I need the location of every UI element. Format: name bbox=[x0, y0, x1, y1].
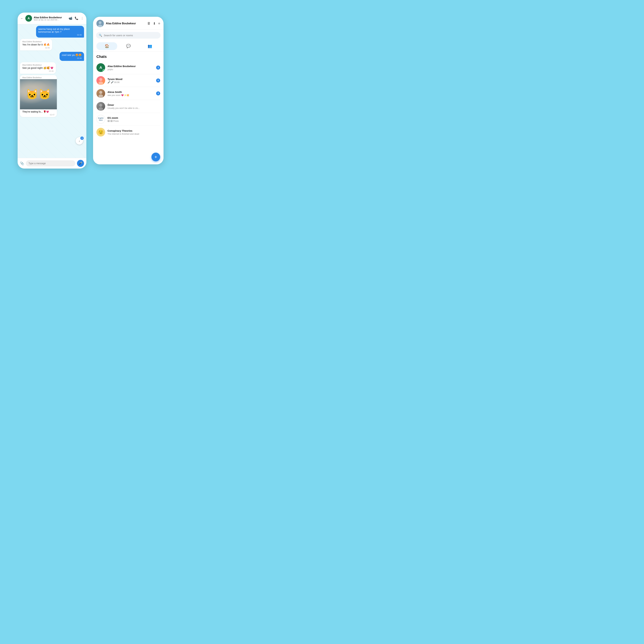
delete-icon[interactable]: 🗑 bbox=[147, 21, 151, 25]
right-contact-name: Alaa Eddine Boubekeur bbox=[106, 22, 145, 25]
chat-preview: 🎤 🎤 00:06 bbox=[108, 81, 154, 84]
message-input[interactable] bbox=[26, 160, 75, 166]
svg-point-6 bbox=[99, 91, 102, 94]
message-time: 02:47 bbox=[20, 113, 57, 117]
right-header-actions: 🗑 ⬇ ⎆ bbox=[147, 21, 160, 25]
header-info: Alaa Eddine Boubekeur Seen at Sat, 22 Ju… bbox=[34, 16, 67, 21]
sender-name: Alaa Eddine Boubekeur bbox=[22, 41, 50, 43]
chat-preview: 🖼 🖼 Photo bbox=[108, 120, 160, 122]
chat-avatar bbox=[96, 76, 105, 85]
svg-point-9 bbox=[98, 107, 103, 111]
unread-count-badge: 3 bbox=[80, 137, 84, 140]
cat-image: 🐱🐱 bbox=[20, 79, 57, 109]
nav-tabs: 🏠 💬 👥 bbox=[93, 41, 164, 51]
svg-point-1 bbox=[99, 21, 101, 24]
chat-name: ES zoom bbox=[108, 116, 160, 119]
svg-point-8 bbox=[99, 104, 102, 107]
left-phone: ← A Alaa Eddine Boubekeur Seen at Sat, 2… bbox=[18, 13, 86, 169]
chat-avatar: A bbox=[96, 63, 105, 72]
message-time: 02:46 bbox=[22, 70, 53, 72]
chat-info: Alexa Smith see you soon 💗✨💥 bbox=[108, 91, 154, 96]
chat-header: ← A Alaa Eddine Boubekeur Seen at Sat, 2… bbox=[18, 13, 86, 24]
avatar: A bbox=[25, 15, 32, 22]
back-button[interactable]: ← bbox=[20, 16, 24, 20]
header-actions: 📹 📞 ⋮ bbox=[69, 16, 84, 20]
chat-body: wanna hang out at my place tommorrow at … bbox=[18, 24, 86, 158]
svg-point-5 bbox=[98, 82, 103, 85]
chat-preview: yuiyiu bbox=[108, 68, 154, 71]
new-chat-fab[interactable]: + bbox=[151, 153, 160, 161]
unread-badge: 3 bbox=[156, 91, 160, 95]
unread-badge: 5 bbox=[156, 78, 160, 83]
message-text: wanna hang out at my place tommorrow at … bbox=[38, 28, 82, 33]
message-bubble-sent: wanna hang out at my place tommorrow at … bbox=[36, 26, 84, 38]
message-time: 02:46 bbox=[22, 47, 50, 49]
chat-preview: Usually you won't be able to clo... bbox=[108, 107, 160, 109]
chat-info: Alaa Eddine Boubekeur yuiyiu bbox=[108, 65, 154, 71]
right-avatar bbox=[96, 20, 104, 27]
chat-item[interactable]: A Alaa Eddine Boubekeur yuiyiu 3 bbox=[93, 61, 164, 74]
search-bar[interactable]: 🔍 bbox=[96, 32, 160, 39]
unread-badge: 3 bbox=[156, 66, 160, 70]
chat-name: Ömer bbox=[108, 103, 160, 106]
chat-name: Tyson Wood bbox=[108, 78, 154, 81]
search-icon: 🔍 bbox=[99, 34, 102, 37]
search-container: 🔍 bbox=[93, 30, 164, 41]
message-bubble-received: Alaa Eddine Boubekeur Yes I'm down for i… bbox=[20, 39, 52, 50]
right-header: Alaa Eddine Boubekeur 🗑 ⬇ ⎆ bbox=[93, 17, 164, 30]
tab-home[interactable]: 🏠 bbox=[96, 42, 117, 50]
chat-item[interactable]: 😟 Conspiracy Theories The internet is fi… bbox=[93, 126, 164, 139]
chat-item[interactable]: EnglishStars ES zoom 🖼 🖼 Photo bbox=[93, 113, 164, 126]
contact-status: Seen at Sat, 22 Jun 2024 00:... bbox=[34, 19, 67, 21]
chat-info: Ömer Usually you won't be able to clo... bbox=[108, 103, 160, 109]
message-time: 02:46 bbox=[62, 57, 82, 59]
logout-icon[interactable]: ⎆ bbox=[158, 21, 160, 25]
message-text: See ya good night 🥳🥰 💗 bbox=[22, 66, 53, 69]
scroll-to-bottom-button[interactable]: ↓ 3 bbox=[76, 137, 83, 145]
chat-name: Alexa Smith bbox=[108, 91, 154, 93]
contact-name: Alaa Eddine Boubekeur bbox=[34, 16, 67, 19]
image-caption: They're waiting fo... 🌹💗 bbox=[20, 109, 57, 113]
chats-title: Chats bbox=[93, 54, 164, 61]
search-input[interactable] bbox=[104, 34, 158, 37]
chat-item[interactable]: Ömer Usually you won't be able to clo... bbox=[93, 100, 164, 113]
video-call-icon[interactable]: 📹 bbox=[69, 16, 72, 20]
phone-call-icon[interactable]: 📞 bbox=[75, 16, 78, 20]
message-input-bar: 📎 🎤 bbox=[18, 158, 86, 169]
chat-info: Conspiracy Theories The internet is fini… bbox=[108, 129, 160, 135]
chat-item[interactable]: Tyson Wood 🎤 🎤 00:06 5 bbox=[93, 74, 164, 87]
chat-info: ES zoom 🖼 🖼 Photo bbox=[108, 116, 160, 122]
message-bubble-sent: cool see ya 🤩🤩 02:46 bbox=[60, 52, 84, 61]
more-options-icon[interactable]: ⋮ bbox=[81, 16, 84, 20]
chat-avatar: 😟 bbox=[96, 128, 105, 137]
message-bubble-received: Alaa Eddine Boubekeur See ya good night … bbox=[20, 62, 56, 74]
chat-avatar bbox=[96, 89, 105, 98]
svg-point-7 bbox=[98, 94, 103, 98]
sender-name: Alaa Eddine Boubekeur bbox=[22, 64, 53, 66]
mic-button[interactable]: 🎤 bbox=[77, 160, 84, 167]
chat-item[interactable]: Alexa Smith see you soon 💗✨💥 3 bbox=[93, 87, 164, 100]
chat-avatar: EnglishStars bbox=[96, 115, 105, 124]
sender-name: Alaa Eddine Boubekeur bbox=[20, 75, 57, 79]
online-indicator bbox=[103, 69, 105, 72]
download-icon[interactable]: ⬇ bbox=[153, 21, 156, 25]
right-phone: Alaa Eddine Boubekeur 🗑 ⬇ ⎆ 🔍 🏠 💬 👥 Chat… bbox=[93, 17, 164, 164]
message-time: 02:46 bbox=[38, 34, 82, 36]
chats-section: Chats A Alaa Eddine Boubekeur yuiyiu 3 bbox=[93, 51, 164, 164]
message-text: Yes I'm down for it 🔥🔥 bbox=[22, 43, 50, 46]
chat-info: Tyson Wood 🎤 🎤 00:06 bbox=[108, 78, 154, 84]
chat-name: Conspiracy Theories bbox=[108, 129, 160, 132]
message-bubble-image: Alaa Eddine Boubekeur 🐱🐱 They're waiting… bbox=[20, 75, 57, 117]
svg-point-4 bbox=[99, 78, 102, 81]
attach-icon[interactable]: 📎 bbox=[20, 161, 24, 165]
tab-contacts[interactable]: 👥 bbox=[139, 42, 160, 50]
chat-preview: The internet is finished and dead bbox=[108, 133, 160, 135]
chat-name: Alaa Eddine Boubekeur bbox=[108, 65, 154, 68]
chat-preview: see you soon 💗✨💥 bbox=[108, 94, 154, 96]
message-text: cool see ya 🤩🤩 bbox=[62, 53, 82, 57]
chat-avatar bbox=[96, 102, 105, 111]
tab-chats[interactable]: 💬 bbox=[118, 42, 139, 50]
